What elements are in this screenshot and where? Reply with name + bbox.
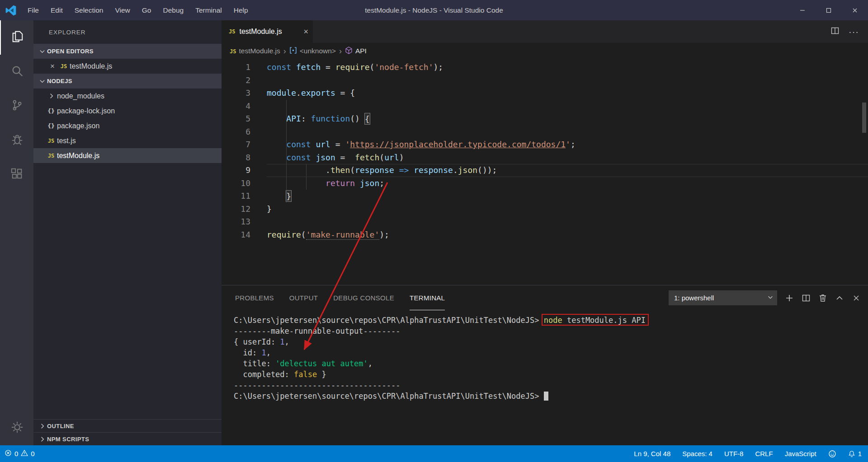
editor-scrollbar[interactable] [862,103,866,133]
code-line-9[interactable]: .then(response => response.json()); [267,164,868,177]
open-editors-section-header[interactable]: OPEN EDITORS [33,44,222,59]
source-control-icon [10,98,24,114]
code-line-8[interactable]: const json = fetch(url) [267,151,868,164]
activity-settings[interactable] [0,411,33,445]
panel-tab-output[interactable]: OUTPUT [289,285,318,310]
folder-node-modules[interactable]: node_modules [33,89,222,103]
new-terminal-button[interactable] [785,294,794,303]
panel-tab-problems[interactable]: PROBLEMS [235,285,274,310]
maximize-panel-chevron-up-button[interactable] [835,294,844,303]
editor-area: JS testModule.js × ··· JStestModule.js›<… [222,20,868,285]
kill-terminal-trash-button[interactable] [818,294,827,303]
activity-search[interactable] [0,55,33,89]
indent-guide [286,100,287,203]
line-number[interactable]: 8 [222,151,267,164]
file-testmodule-js[interactable]: JStestModule.js [33,148,222,163]
language-mode[interactable]: JavaScript [785,450,816,457]
menu-terminal[interactable]: Terminal [189,0,228,20]
cursor-position[interactable]: Ln 9, Col 48 [634,450,670,457]
code-line-12[interactable]: } [267,203,868,216]
line-number-gutter[interactable]: 1234567891011121314 [222,59,267,285]
code-line-14[interactable]: require('make-runnable'); [267,229,868,242]
minimize-button[interactable] [789,0,816,20]
eol[interactable]: CRLF [755,450,773,457]
menu-help[interactable]: Help [228,0,254,20]
breadcrumb-label: <unknown> [300,47,336,55]
line-number[interactable]: 2 [222,74,267,87]
problems-indicator[interactable]: 0 0 [5,449,35,458]
breadcrumb-item-1[interactable]: <unknown> [289,47,336,56]
menu-debug[interactable]: Debug [157,0,189,20]
project-section-header[interactable]: NODEJS [33,74,222,89]
activity-debug[interactable] [0,123,33,158]
open-editor-item[interactable]: ×JStestModule.js [33,59,222,74]
line-number[interactable]: 13 [222,215,267,229]
file-package-lock-json[interactable]: {}package-lock.json [33,103,222,118]
line-number[interactable]: 1 [222,61,267,74]
close-icon[interactable]: × [47,62,58,71]
indentation[interactable]: Spaces: 4 [682,450,712,457]
section-outline[interactable]: OUTLINE [33,419,222,432]
breadcrumb-item-0[interactable]: JStestModule.js [230,47,280,55]
code-editor[interactable]: 1234567891011121314 const fetch = requir… [222,59,868,285]
close-button[interactable] [842,0,868,20]
panel-tab-terminal[interactable]: TERMINAL [410,285,445,310]
chevron-down-icon [37,78,47,84]
chevron-right-icon [45,93,57,99]
file-package-json[interactable]: {}package.json [33,118,222,133]
code-line-10[interactable]: return json; [267,177,868,190]
line-number[interactable]: 5 [222,112,267,126]
shell-selector-value: 1: powershell [674,294,714,302]
code-line-13[interactable] [267,215,868,229]
notifications-bell[interactable]: 1 [848,450,862,457]
activity-explorer[interactable] [0,20,33,55]
split-editor-icon[interactable] [830,26,840,37]
menu-edit[interactable]: Edit [45,0,69,20]
menu-view[interactable]: View [109,0,136,20]
split-terminal-button[interactable] [802,294,811,303]
status-bar-right: Ln 9, Col 48Spaces: 4UTF-8CRLFJavaScript… [634,450,862,458]
tab-testmodule[interactable]: JS testModule.js × [222,20,313,43]
line-number[interactable]: 7 [222,138,267,151]
close-panel-button[interactable] [852,294,861,303]
code-line-3[interactable]: module.exports = { [267,87,868,100]
terminal-line-8: C:\Users\jpetersen\source\repos\CPR\Alph… [234,391,868,401]
section-label: OUTLINE [47,423,74,429]
code-line-5[interactable]: API: function() { [267,112,868,126]
line-number[interactable]: 4 [222,100,267,113]
code-line-1[interactable]: const fetch = require('node-fetch'); [267,61,868,74]
line-number[interactable]: 3 [222,87,267,100]
chevron-right-icon [37,436,47,443]
breadcrumb-separator: › [339,47,342,56]
more-actions-icon[interactable]: ··· [849,27,859,37]
file-test-js[interactable]: JStest.js [33,133,222,148]
feedback-smiley-icon[interactable] [828,450,836,458]
code-line-6[interactable] [267,126,868,139]
line-number[interactable]: 11 [222,190,267,203]
section-npm-scripts[interactable]: NPM SCRIPTS [33,432,222,445]
line-number[interactable]: 9 [222,164,267,177]
maximize-button[interactable] [816,0,842,20]
code-line-2[interactable] [267,74,868,87]
activity-source-control[interactable] [0,89,33,123]
panel-tab-debug-console[interactable]: DEBUG CONSOLE [333,285,394,310]
line-number[interactable]: 12 [222,203,267,216]
encoding[interactable]: UTF-8 [724,450,744,457]
menu-file[interactable]: File [22,0,45,20]
code-line-4[interactable] [267,100,868,113]
menu-go[interactable]: Go [136,0,157,20]
warning-icon [21,449,28,458]
terminal-shell-selector[interactable]: 1: powershell [669,290,777,305]
menu-selection[interactable]: Selection [69,0,109,20]
code-line-7[interactable]: const url = 'https://jsonplaceholder.typ… [267,138,868,151]
terminal[interactable]: C:\Users\jpetersen\source\repos\CPR\Alph… [222,310,868,445]
activity-extensions[interactable] [0,158,33,192]
code-content[interactable]: const fetch = require('node-fetch');modu… [267,59,868,285]
close-tab-icon[interactable]: × [303,27,308,37]
line-number[interactable]: 14 [222,229,267,242]
line-number[interactable]: 10 [222,177,267,190]
code-line-11[interactable]: } [267,190,868,203]
line-number[interactable]: 6 [222,126,267,139]
window-controls [789,0,868,20]
breadcrumb-item-2[interactable]: API [345,47,367,56]
